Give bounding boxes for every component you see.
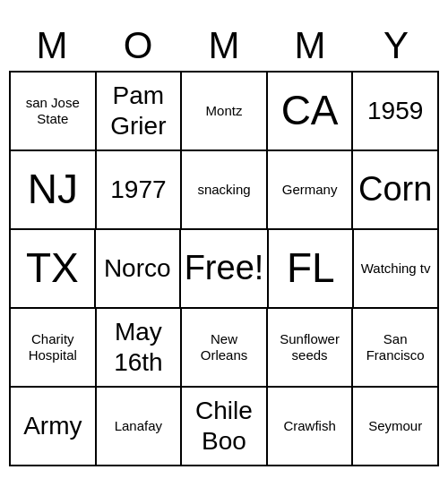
grid-cell-2-4: Watching tv — [354, 230, 439, 309]
cell-text-4-4: Seymour — [368, 418, 422, 434]
grid-cell-4-2: Chile Boo — [182, 388, 268, 466]
cell-text-3-3: Sunflower seeds — [271, 331, 349, 363]
grid-cell-2-2: Free! — [181, 230, 270, 309]
cell-text-1-4: Corn — [358, 169, 432, 210]
cell-text-4-1: Lanafay — [115, 418, 162, 434]
grid-row-0: san Jose StatePam GrierMontzCA1959 — [11, 73, 439, 151]
header-m-2: M — [181, 21, 267, 71]
cell-text-0-2: Montz — [206, 103, 243, 119]
header-o-1: O — [95, 21, 181, 71]
grid-cell-1-1: 1977 — [97, 151, 183, 230]
grid-cell-0-4: 1959 — [353, 73, 439, 151]
grid-cell-3-3: Sunflower seeds — [268, 309, 354, 388]
grid-cell-4-1: Lanafay — [97, 388, 183, 466]
cell-text-2-1: Norco — [104, 253, 171, 284]
grid-cell-3-1: May 16th — [97, 309, 183, 388]
grid-cell-0-1: Pam Grier — [97, 73, 183, 151]
header-m-0: M — [9, 21, 95, 71]
grid-cell-4-3: Crawfish — [268, 388, 354, 466]
grid-cell-0-0: san Jose State — [11, 73, 97, 151]
bingo-card: MOMMY san Jose StatePam GrierMontzCA1959… — [9, 21, 439, 466]
cell-text-2-3: FL — [287, 244, 335, 293]
grid-cell-1-4: Corn — [353, 151, 439, 230]
grid-cell-1-3: Germany — [268, 151, 354, 230]
grid-row-1: NJ1977snackingGermanyCorn — [11, 151, 439, 230]
cell-text-2-2: Free! — [185, 248, 264, 289]
grid-cell-2-0: TX — [11, 230, 96, 309]
cell-text-2-4: Watching tv — [361, 261, 431, 277]
cell-text-4-0: Army — [23, 411, 82, 441]
grid-cell-2-3: FL — [269, 230, 354, 309]
cell-text-3-0: Charity Hospital — [14, 331, 91, 363]
cell-text-0-3: CA — [281, 86, 339, 135]
grid-cell-2-1: Norco — [96, 230, 181, 309]
cell-text-1-0: NJ — [28, 165, 78, 214]
cell-text-3-1: May 16th — [100, 317, 177, 377]
cell-text-4-3: Crawfish — [283, 418, 335, 434]
grid-cell-0-2: Montz — [182, 73, 268, 151]
grid-cell-0-3: CA — [268, 73, 354, 151]
cell-text-0-4: 1959 — [367, 96, 423, 126]
cell-text-1-1: 1977 — [110, 175, 166, 205]
cell-text-1-3: Germany — [282, 182, 338, 198]
grid-cell-4-4: Seymour — [353, 388, 439, 466]
cell-text-3-2: New Orleans — [185, 331, 263, 363]
grid-cell-3-0: Charity Hospital — [11, 309, 97, 388]
grid-cell-3-4: San Francisco — [353, 309, 439, 388]
cell-text-0-1: Pam Grier — [100, 81, 177, 141]
header-m-3: M — [267, 21, 353, 71]
bingo-grid: san Jose StatePam GrierMontzCA1959NJ1977… — [9, 71, 439, 466]
grid-row-2: TXNorcoFree!FLWatching tv — [11, 230, 439, 309]
cell-text-4-2: Chile Boo — [185, 396, 263, 456]
grid-cell-3-2: New Orleans — [182, 309, 268, 388]
cell-text-1-2: snacking — [197, 182, 250, 198]
grid-row-4: ArmyLanafayChile BooCrawfishSeymour — [11, 388, 439, 466]
grid-cell-4-0: Army — [11, 388, 97, 466]
grid-cell-1-2: snacking — [182, 151, 268, 230]
grid-row-3: Charity HospitalMay 16thNew OrleansSunfl… — [11, 309, 439, 388]
cell-text-0-0: san Jose State — [14, 95, 91, 127]
grid-cell-1-0: NJ — [11, 151, 97, 230]
bingo-header: MOMMY — [9, 21, 439, 71]
cell-text-3-4: San Francisco — [357, 331, 434, 363]
header-y-4: Y — [353, 21, 439, 71]
cell-text-2-0: TX — [26, 244, 79, 293]
